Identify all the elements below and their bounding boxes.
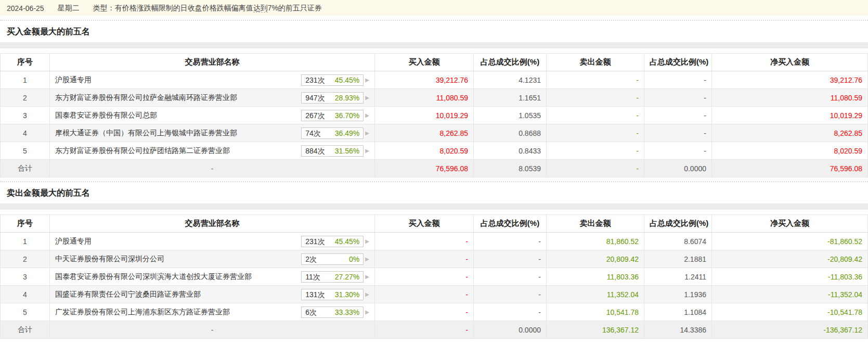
branch-cell: 国泰君安证券股份有限公司总部 267次 36.70% ▶ — [50, 107, 375, 124]
buy-amount-cell: - — [375, 286, 474, 303]
buy-section-title: 买入金额最大的前五名 — [7, 27, 90, 36]
sell-ratio-cell: - — [644, 124, 712, 142]
table-row: 4 摩根大通证券（中国）有限公司上海银城中路证券营业部 74次 36.49% ▶… — [1, 124, 868, 142]
sell-ratio-cell: 1.2411 — [644, 268, 712, 286]
win-rate: 31.30% — [335, 291, 359, 298]
total-row: 合计 - 76,596.08 8.0539 - 0.0000 76,596.08 — [1, 160, 868, 177]
chevron-right-icon: ▶ — [365, 95, 369, 100]
rank-cell: 4 — [1, 286, 50, 303]
branch-name: 广发证券股份有限公司上海浦东新区东方路证券营业部 — [55, 308, 230, 317]
sell-amount-cell: 11,803.36 — [547, 268, 644, 286]
col-buy-amount: 买入金额 — [375, 215, 474, 233]
sell-amount-cell: - — [547, 107, 644, 124]
rank-cell: 1 — [1, 71, 50, 89]
appearance-badge[interactable]: 267次 36.70% — [301, 110, 364, 121]
rank-cell: 3 — [1, 107, 50, 124]
buy-amount-cell: - — [375, 321, 474, 339]
col-net-amount: 净买入金额 — [712, 54, 868, 71]
sell-ratio-cell: - — [644, 89, 712, 107]
buy-ratio-cell: - — [474, 233, 547, 250]
buy-ratio-cell: 1.1651 — [474, 89, 547, 107]
branch-cell: 广发证券股份有限公司上海浦东新区东方路证券营业部 6次 33.33% ▶ — [50, 303, 375, 321]
branch-name: 沪股通专用 — [55, 237, 92, 246]
appearance-badge[interactable]: 2次 0% — [301, 253, 364, 265]
total-branch-cell: - — [50, 160, 375, 177]
appearance-count: 131次 — [305, 291, 325, 298]
section-divider-strip — [0, 42, 868, 48]
buy-table-header-row: 序号 交易营业部名称 买入金额 占总成交比例(%) 卖出金额 占总成交比例(%)… — [1, 54, 868, 71]
buy-amount-cell: - — [375, 233, 474, 250]
branch-cell: 沪股通专用 231次 45.45% ▶ — [50, 233, 375, 250]
appearance-badge[interactable]: 131次 31.30% — [301, 289, 364, 300]
appearance-count: 74次 — [305, 130, 321, 137]
buy-amount-cell: - — [375, 250, 474, 268]
sell-amount-cell: 20,809.42 — [547, 250, 644, 268]
col-rank: 序号 — [1, 54, 50, 71]
col-rank: 序号 — [1, 215, 50, 233]
type-text-underlined: 达到 — [253, 4, 268, 12]
appearance-badge[interactable]: 947次 28.93% — [301, 92, 364, 104]
net-amount-cell: -11,352.04 — [712, 286, 868, 303]
col-buy-ratio: 占总成交比例(%) — [474, 215, 547, 233]
buy-amount-cell: - — [375, 268, 474, 286]
net-amount-cell: 39,212.76 — [712, 71, 868, 89]
branch-name: 国泰君安证券股份有限公司总部 — [55, 111, 157, 120]
appearance-count: 6次 — [305, 309, 317, 316]
sell-amount-cell: - — [547, 160, 644, 177]
sell-amount-cell: 81,860.52 — [547, 233, 644, 250]
appearance-badge[interactable]: 6次 33.33% — [301, 307, 364, 318]
win-rate: 28.93% — [335, 94, 359, 101]
table-row: 1 沪股通专用 231次 45.45% ▶ 39,212.76 4.1231 -… — [1, 71, 868, 89]
total-branch-cell: - — [50, 321, 375, 339]
rank-cell: 5 — [1, 142, 50, 160]
sell-ratio-cell: 1.1936 — [644, 286, 712, 303]
col-sell-amount: 卖出金额 — [547, 54, 644, 71]
sell-ratio-cell: - — [644, 71, 712, 89]
sell-ratio-cell: - — [644, 142, 712, 160]
buy-ratio-cell: 8.0539 — [474, 160, 547, 177]
rank-cell: 3 — [1, 268, 50, 286]
chevron-right-icon: ▶ — [365, 256, 369, 262]
branch-cell: 国泰君安证券股份有限公司深圳滨海大道创投大厦证券营业部 11次 27.27% ▶ — [50, 268, 375, 286]
type-label: 类型： — [93, 4, 115, 13]
buy-amount-cell: 11,080.59 — [375, 89, 474, 107]
appearance-badge[interactable]: 11次 27.27% — [301, 271, 364, 283]
appearance-badge[interactable]: 231次 45.45% — [301, 236, 364, 247]
col-branch-name: 交易营业部名称 — [50, 215, 375, 233]
chevron-right-icon: ▶ — [365, 309, 369, 315]
col-sell-ratio: 占总成交比例(%) — [644, 215, 712, 233]
buy-ratio-cell: 4.1231 — [474, 71, 547, 89]
appearance-badge[interactable]: 884次 31.56% — [301, 145, 364, 157]
buy-amount-cell: - — [375, 303, 474, 321]
net-amount-cell: 11,080.59 — [712, 89, 868, 107]
appearance-badge[interactable]: 231次 45.45% — [301, 74, 364, 86]
col-sell-amount: 卖出金额 — [547, 215, 644, 233]
buy-ratio-cell: 0.0000 — [474, 321, 547, 339]
sell-section-title: 卖出金额最大的前五名 — [7, 188, 90, 197]
net-amount-cell: -11,803.36 — [712, 268, 868, 286]
buy-section-header: 买入金额最大的前五名 — [0, 20, 868, 42]
sell-table-header-row: 序号 交易营业部名称 买入金额 占总成交比例(%) 卖出金额 占总成交比例(%)… — [1, 215, 868, 233]
branch-cell: 东方财富证券股份有限公司拉萨团结路第二证券营业部 884次 31.56% ▶ — [50, 142, 375, 160]
date-label: 2024-06-25 — [7, 4, 44, 12]
sell-amount-cell: - — [547, 71, 644, 89]
net-amount-cell: 76,596.08 — [712, 160, 868, 177]
chevron-right-icon: ▶ — [365, 274, 369, 279]
net-amount-cell: -20,809.42 — [712, 250, 868, 268]
win-rate: 31.56% — [335, 147, 359, 155]
appearance-count: 231次 — [305, 77, 325, 84]
win-rate: 36.49% — [335, 130, 359, 137]
buy-amount-cell: 76,596.08 — [375, 160, 474, 177]
appearance-count: 2次 — [305, 256, 317, 263]
buy-amount-cell: 8,020.59 — [375, 142, 474, 160]
appearance-badge[interactable]: 74次 36.49% — [301, 128, 364, 139]
chevron-right-icon: ▶ — [365, 291, 369, 297]
col-buy-amount: 买入金额 — [375, 54, 474, 71]
rank-cell: 1 — [1, 233, 50, 250]
branch-name: 沪股通专用 — [55, 75, 92, 85]
buy-ratio-cell: - — [474, 286, 547, 303]
col-branch-name: 交易营业部名称 — [50, 54, 375, 71]
sell-table: 序号 交易营业部名称 买入金额 占总成交比例(%) 卖出金额 占总成交比例(%)… — [0, 214, 868, 339]
col-buy-ratio: 占总成交比例(%) — [474, 54, 547, 71]
appearance-count: 884次 — [305, 147, 325, 155]
